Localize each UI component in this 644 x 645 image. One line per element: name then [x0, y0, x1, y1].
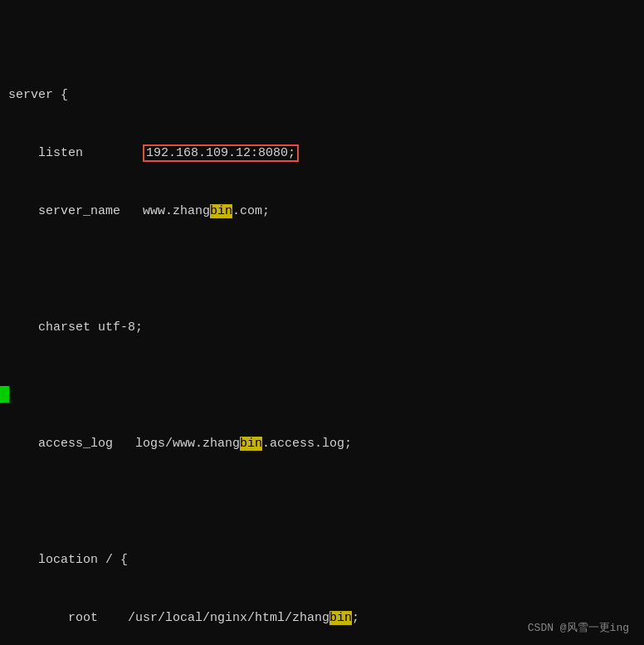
cursor-block — [0, 386, 9, 403]
server1-charset: charset utf-8; — [8, 318, 644, 337]
server1-listen-value: 192.168.109.12:8080; — [143, 144, 299, 162]
server1-open-text: server { — [8, 88, 68, 102]
code-block: server { listen 192.168.109.12:8080; ser… — [0, 0, 644, 645]
server1-accesslog: access_log logs/www.zhangbin.access.log; — [8, 434, 644, 453]
server1-servername: server_name www.zhangbin.com; — [8, 202, 644, 221]
server1-bin-1: bin — [210, 204, 232, 218]
server1-location-open: location / { — [8, 550, 644, 569]
server1-listen: listen 192.168.109.12:8080; — [8, 144, 644, 163]
server1-open: server { — [8, 86, 644, 105]
watermark: CSDN @风雪一更ing — [528, 620, 629, 635]
server1-bin-3: bin — [329, 611, 352, 625]
server1-bin-2: bin — [240, 437, 262, 451]
